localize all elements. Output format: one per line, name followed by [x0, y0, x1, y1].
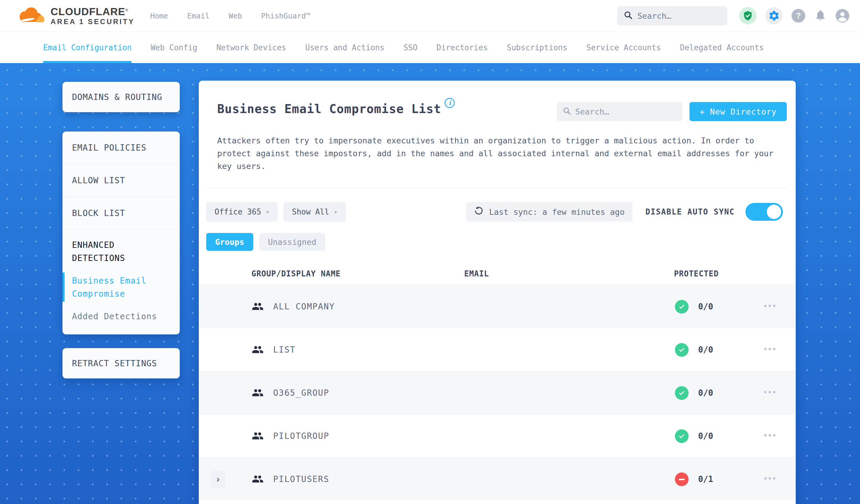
tab-email-configuration[interactable]: Email Configuration: [43, 32, 131, 63]
shield-check-icon[interactable]: [739, 7, 757, 24]
page-description: Attackers often try to impersonate execu…: [217, 134, 777, 173]
sidebar-section-enhanced-detections: ENHANCED DETECTIONS Business Email Compr…: [62, 230, 180, 334]
column-email: EMAIL: [464, 269, 489, 278]
tab-delegated-accounts[interactable]: Delegated Accounts: [680, 32, 764, 63]
show-filter-value: Show All: [292, 207, 329, 216]
groups-table: GROUP/DISPLAY NAME EMAIL PROTECTED ALL C…: [199, 264, 796, 501]
group-name: PILOTGROUP: [273, 431, 329, 441]
column-protected: PROTECTED: [674, 269, 719, 278]
directory-select-value: Office 365: [215, 207, 261, 216]
tab-network-devices[interactable]: Network Devices: [216, 32, 286, 63]
main-panel: Business Email Compromise Listi + New Di…: [199, 81, 796, 504]
page-background: DOMAINS & ROUTING EMAIL POLICIES ALLOW L…: [0, 63, 860, 504]
list-search[interactable]: [557, 102, 682, 121]
group-icon: [252, 473, 264, 486]
sidebar-item-email-policies[interactable]: EMAIL POLICIES: [62, 131, 180, 164]
sidebar-item-domains-routing[interactable]: DOMAINS & ROUTING: [62, 82, 180, 112]
protected-count: 0/1: [698, 474, 713, 484]
group-name: ALL COMPANY: [273, 302, 335, 312]
last-sync-status[interactable]: Last sync: a few minutes ago: [466, 202, 632, 222]
cloudflare-cloud-icon: [17, 6, 46, 26]
group-name: PILOTUSERS: [273, 474, 329, 484]
bell-icon[interactable]: [814, 9, 827, 23]
tab-subscriptions[interactable]: Subscriptions: [507, 32, 568, 63]
tab-directories[interactable]: Directories: [436, 32, 488, 63]
sidebar-label: DOMAINS & ROUTING: [72, 92, 162, 102]
show-filter-select[interactable]: Show All ▾: [284, 202, 346, 222]
tab-users-and-actions[interactable]: Users and Actions: [305, 32, 385, 63]
protected-ok-icon: [675, 300, 689, 314]
registered-mark: ®: [125, 8, 129, 12]
table-row: LIST 0/0: [199, 328, 796, 371]
sidebar-menu-card: EMAIL POLICIES ALLOW LIST BLOCK LIST ENH…: [62, 131, 180, 334]
row-actions-menu[interactable]: [764, 348, 775, 350]
auto-sync-label: DISABLE AUTO SYNC: [645, 207, 735, 216]
table-row: O365_GROUP 0/0: [199, 371, 796, 414]
row-actions-menu[interactable]: [764, 391, 775, 393]
column-group-display-name: GROUP/DISPLAY NAME: [252, 269, 341, 278]
tab-sso[interactable]: SSO: [403, 32, 417, 63]
group-name: O365_GROUP: [273, 388, 329, 398]
search-icon: [563, 107, 571, 116]
top-nav: Home Email Web PhishGuard™: [150, 12, 310, 20]
sync-refresh-icon: [474, 206, 484, 218]
sidebar-item-allow-list[interactable]: ALLOW LIST: [62, 164, 180, 197]
sidebar-item-retract-settings[interactable]: RETRACT SETTINGS: [62, 348, 180, 378]
user-avatar-icon[interactable]: [835, 9, 849, 23]
row-actions-menu[interactable]: [764, 434, 775, 436]
info-icon[interactable]: i: [445, 98, 455, 108]
tab-web-config[interactable]: Web Config: [150, 32, 197, 63]
top-nav-web[interactable]: Web: [229, 12, 242, 20]
sidebar-item-enhanced-detections[interactable]: ENHANCED DETECTIONS: [72, 239, 158, 265]
last-sync-label: Last sync: a few minutes ago: [489, 207, 625, 217]
brand-name: CLOUDFLARE®: [51, 6, 135, 17]
global-search[interactable]: [617, 6, 727, 25]
table-header: GROUP/DISPLAY NAME EMAIL PROTECTED: [199, 264, 796, 285]
toggle-knob: [767, 205, 781, 219]
sidebar-item-block-list[interactable]: BLOCK LIST: [62, 197, 180, 230]
brand-tagline: AREA 1 SECURITY: [51, 18, 135, 25]
protected-blocked-icon: [675, 473, 689, 486]
group-icon: [252, 301, 264, 314]
auto-sync-toggle[interactable]: [745, 203, 783, 221]
table-row: › PILOTUSERS 0/1: [199, 457, 796, 501]
row-actions-menu[interactable]: [764, 477, 775, 480]
list-search-input[interactable]: [575, 107, 676, 116]
protected-count: 0/0: [698, 431, 713, 441]
global-search-input[interactable]: [637, 11, 721, 20]
top-nav-email[interactable]: Email: [187, 12, 210, 20]
divider: [206, 188, 787, 188]
gear-icon[interactable]: [765, 7, 783, 24]
group-name: LIST: [273, 345, 296, 355]
cloudflare-logo: CLOUDFLARE® AREA 1 SECURITY: [17, 6, 135, 26]
top-nav-home[interactable]: Home: [150, 12, 168, 20]
tab-unassigned[interactable]: Unassigned: [259, 233, 326, 251]
sidebar-item-added-detections[interactable]: Added Detections: [72, 310, 158, 323]
view-tabs: Groups Unassigned: [206, 233, 796, 251]
directory-select[interactable]: Office 365 ▾: [206, 202, 278, 222]
group-icon: [252, 430, 264, 443]
page-title: Business Email Compromise List: [217, 102, 441, 116]
expand-row-button[interactable]: ›: [211, 471, 225, 488]
app-header: CLOUDFLARE® AREA 1 SECURITY Home Email W…: [0, 0, 860, 32]
protected-count: 0/0: [698, 388, 713, 398]
table-row: ALL COMPANY 0/0: [199, 285, 796, 328]
protected-ok-icon: [675, 429, 689, 443]
tab-groups[interactable]: Groups: [206, 233, 253, 251]
page-title-block: Business Email Compromise Listi: [217, 102, 455, 116]
sidebar-item-business-email-compromise[interactable]: Business Email Compromise: [72, 274, 158, 301]
sidebar-label: RETRACT SETTINGS: [72, 359, 157, 368]
table-row: PILOTGROUP 0/0: [199, 414, 796, 457]
help-icon[interactable]: ?: [791, 9, 805, 23]
top-nav-phishguard[interactable]: PhishGuard™: [261, 12, 310, 20]
protected-ok-icon: [675, 386, 689, 400]
row-actions-menu[interactable]: [764, 305, 775, 307]
protected-count: 0/0: [698, 345, 713, 355]
tab-service-accounts[interactable]: Service Accounts: [587, 32, 661, 63]
secondary-nav: Email Configuration Web Config Network D…: [0, 32, 860, 63]
search-icon: [624, 11, 633, 21]
protected-ok-icon: [675, 343, 689, 357]
group-icon: [252, 344, 264, 357]
group-icon: [252, 387, 264, 400]
new-directory-button[interactable]: + New Directory: [689, 102, 787, 121]
